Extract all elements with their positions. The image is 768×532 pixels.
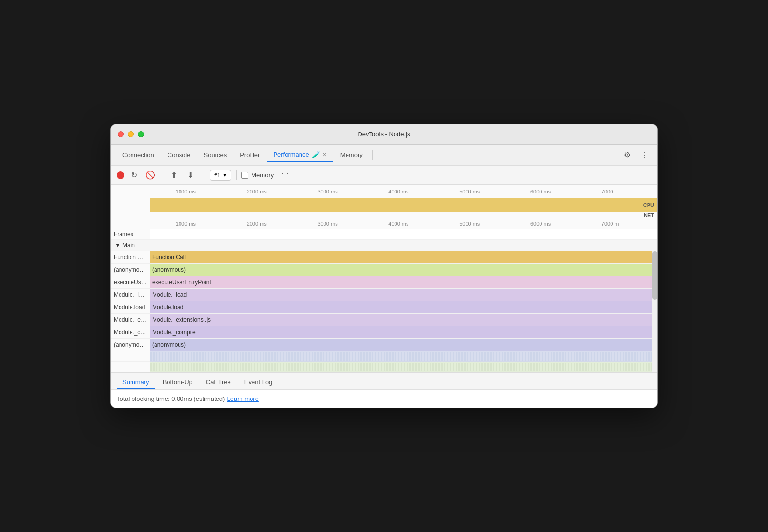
ruler-mark-2000: 2000 ms bbox=[247, 189, 267, 194]
tab-profiler[interactable]: Profiler bbox=[234, 148, 265, 161]
ruler2-mark-1000: 1000 ms bbox=[176, 221, 196, 227]
tab-performance[interactable]: Performance 🧪 ✕ bbox=[267, 148, 332, 162]
ruler2-mark-6000: 6000 ms bbox=[530, 221, 551, 227]
flame-label-5: Module._extensions..js bbox=[111, 314, 150, 326]
frames-row: Frames bbox=[111, 229, 657, 240]
flame-row-1: (anonymous) (anonymous) bbox=[111, 264, 657, 276]
scrollbar-thumb[interactable] bbox=[652, 251, 657, 300]
more-options-icon[interactable]: ⋮ bbox=[638, 148, 651, 162]
tab-summary[interactable]: Summary bbox=[117, 375, 155, 389]
profile-selector[interactable]: #1 ▼ bbox=[210, 170, 231, 181]
top-ruler: 1000 ms 2000 ms 3000 ms 4000 ms 5000 ms … bbox=[111, 185, 657, 198]
toolbar-divider-1 bbox=[162, 170, 162, 180]
flame-label-1: (anonymous) bbox=[111, 264, 150, 276]
extra-label-0 bbox=[111, 351, 150, 361]
ruler2-mark-3000: 3000 ms bbox=[317, 221, 337, 227]
flame-label-4: Module.load bbox=[111, 301, 150, 313]
ruler-mark-4000: 4000 ms bbox=[388, 189, 408, 194]
tab-bar: Connection Console Sources Profiler Perf… bbox=[111, 145, 657, 166]
learn-more-link[interactable]: Learn more bbox=[227, 395, 258, 402]
window-title: DevTools - Node.js bbox=[358, 131, 410, 138]
flame-bar-7: (anonymous) bbox=[150, 339, 657, 351]
traffic-lights bbox=[118, 131, 144, 137]
second-ruler: 1000 ms 2000 ms 3000 ms 4000 ms 5000 ms … bbox=[111, 218, 657, 229]
cpu-label-area bbox=[111, 198, 150, 212]
flame-content-1: (anonymous) bbox=[150, 264, 657, 276]
delete-button[interactable]: 🗑 bbox=[278, 169, 292, 182]
devtools-window: DevTools - Node.js Connection Console So… bbox=[110, 124, 658, 408]
flame-row-4: Module.load Module.load bbox=[111, 301, 657, 314]
cpu-row: CPU bbox=[111, 198, 657, 212]
tab-event-log[interactable]: Event Log bbox=[239, 375, 278, 389]
flame-row-6: Module._compile Module._compile bbox=[111, 326, 657, 339]
ruler2-mark-2000: 2000 ms bbox=[247, 221, 267, 227]
flame-content-2: executeUserEntryPoint bbox=[150, 276, 657, 288]
tab-console[interactable]: Console bbox=[162, 148, 196, 161]
flame-bar-1: (anonymous) bbox=[150, 264, 657, 276]
status-text: Total blocking time: 0.00ms (estimated) bbox=[117, 395, 225, 402]
tab-separator bbox=[372, 150, 373, 160]
ruler-mark-5000: 5000 ms bbox=[459, 189, 480, 194]
tab-connection[interactable]: Connection bbox=[117, 148, 160, 161]
triangle-icon: ▼ bbox=[115, 242, 120, 249]
ruler2-mark-4000: 4000 ms bbox=[388, 221, 408, 227]
scrollbar-track[interactable] bbox=[652, 251, 657, 372]
memory-checkbox[interactable]: Memory bbox=[241, 171, 274, 179]
upload-button[interactable]: ⬆ bbox=[167, 169, 180, 182]
ruler2-mark-5000: 5000 ms bbox=[459, 221, 480, 227]
extra-row-0 bbox=[111, 351, 657, 362]
bottom-tabs: Summary Bottom-Up Call Tree Event Log bbox=[111, 372, 657, 389]
ruler-mark-3000: 3000 ms bbox=[317, 189, 337, 194]
toolbar-divider-3 bbox=[236, 170, 237, 180]
dropdown-arrow-icon: ▼ bbox=[222, 172, 227, 178]
flame-content-6: Module._compile bbox=[150, 326, 657, 338]
settings-icon[interactable]: ⚙ bbox=[621, 148, 634, 162]
tab-memory[interactable]: Memory bbox=[335, 148, 369, 161]
main-section-label[interactable]: ▼ Main bbox=[111, 242, 135, 249]
ruler-marks-area: 1000 ms 2000 ms 3000 ms 4000 ms 5000 ms … bbox=[150, 185, 657, 198]
flame-content-0: Function Call bbox=[150, 251, 657, 263]
tab-sources[interactable]: Sources bbox=[198, 148, 232, 161]
flame-label-6: Module._compile bbox=[111, 326, 150, 338]
flame-row-7: (anonymous) (anonymous) bbox=[111, 339, 657, 351]
flame-row-5: Module._extensions..js Module._extension… bbox=[111, 314, 657, 326]
flame-bar-5: Module._extensions..js bbox=[150, 314, 657, 326]
reload-button[interactable]: ↻ bbox=[127, 169, 141, 182]
extra-content-1 bbox=[150, 362, 657, 372]
flame-content-3: Module._load bbox=[150, 289, 657, 301]
maximize-button[interactable] bbox=[138, 131, 144, 137]
ruler-mark-1000: 1000 ms bbox=[176, 189, 196, 194]
checkbox-box bbox=[241, 172, 248, 179]
net-label-area bbox=[111, 212, 150, 218]
net-label: NET bbox=[644, 212, 654, 218]
main-section-header: ▼ Main bbox=[111, 240, 657, 251]
tab-call-tree[interactable]: Call Tree bbox=[200, 375, 237, 389]
extra-row-1 bbox=[111, 362, 657, 372]
tab-bottom-up[interactable]: Bottom-Up bbox=[157, 375, 198, 389]
close-button[interactable] bbox=[118, 131, 124, 137]
minimize-button[interactable] bbox=[128, 131, 134, 137]
tab-actions: ⚙ ⋮ bbox=[621, 148, 651, 162]
flame-row-2: executeUserEntryPoint executeUserEntryPo… bbox=[111, 276, 657, 289]
flame-label-3: Module._load bbox=[111, 289, 150, 301]
flame-content-7: (anonymous) bbox=[150, 339, 657, 351]
clear-button[interactable]: 🚫 bbox=[144, 169, 157, 182]
tab-close-icon[interactable]: ✕ bbox=[322, 151, 327, 158]
flame-label-7: (anonymous) bbox=[111, 339, 150, 351]
flame-label-0: Function Call bbox=[111, 251, 150, 263]
cpu-bar: CPU bbox=[150, 198, 657, 212]
second-ruler-marks: 1000 ms 2000 ms 3000 ms 4000 ms 5000 ms … bbox=[150, 218, 657, 229]
frames-label: Frames bbox=[111, 229, 150, 239]
ruler-mark-6000: 6000 ms bbox=[530, 189, 551, 194]
title-bar: DevTools - Node.js bbox=[111, 124, 657, 145]
flame-bar-2: executeUserEntryPoint bbox=[150, 276, 657, 288]
cpu-label: CPU bbox=[643, 202, 654, 208]
flame-content-4: Module.load bbox=[150, 301, 657, 313]
status-bar: Total blocking time: 0.00ms (estimated) … bbox=[111, 389, 657, 408]
extra-content-0 bbox=[150, 351, 657, 362]
toolbar: ↻ 🚫 ⬆ ⬇ #1 ▼ Memory 🗑 bbox=[111, 166, 657, 185]
ruler2-mark-7000: 7000 m bbox=[601, 221, 619, 227]
download-button[interactable]: ⬇ bbox=[183, 169, 197, 182]
record-button[interactable] bbox=[117, 171, 124, 179]
flame-bar-0: Function Call bbox=[150, 251, 657, 263]
